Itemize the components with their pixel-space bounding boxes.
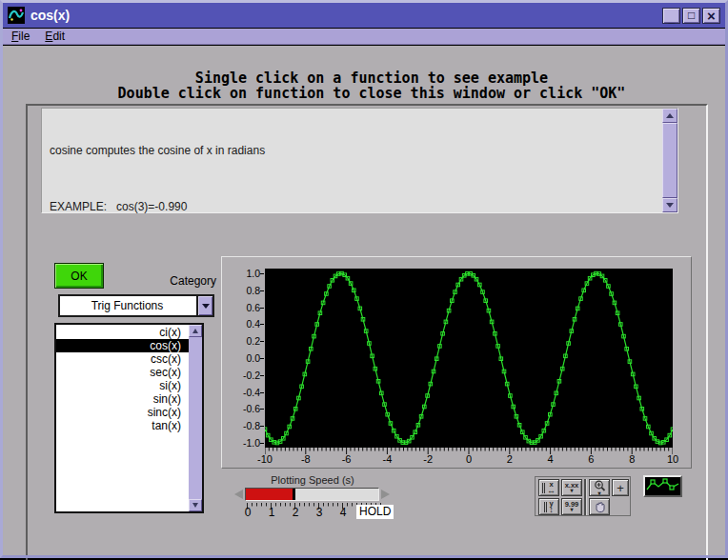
- pan-tool-button[interactable]: [589, 498, 610, 515]
- slider-increment-arrow[interactable]: [381, 490, 390, 499]
- y-precision-button[interactable]: 9.99 ▾: [561, 498, 582, 515]
- ok-button[interactable]: OK: [54, 263, 104, 289]
- description-scrollbar[interactable]: [662, 109, 677, 212]
- description-line1: cosine computes the cosine of x in radia…: [50, 144, 657, 158]
- list-scroll-up-button[interactable]: [189, 325, 202, 337]
- category-dropdown[interactable]: Trig Functions: [58, 294, 214, 317]
- y-tick-label: 0.0: [224, 352, 260, 364]
- y-tick-label: 0.6: [224, 302, 260, 313]
- up-down-arrow-icon: ↕: [549, 507, 554, 513]
- x-tick-label: 2: [494, 453, 526, 465]
- title-bar: cos(x) _ □ ×: [3, 3, 725, 28]
- slider-decrement-arrow[interactable]: [234, 490, 243, 499]
- menu-bar: File Edit: [3, 28, 725, 45]
- graph-palette: x ↔ x.xx ▾ ▾ + y ↕ 9.99: [535, 476, 631, 516]
- plot-legend-button[interactable]: [643, 475, 682, 497]
- y-tick-label: 0.8: [224, 285, 260, 296]
- y-tick-mark: [260, 308, 264, 309]
- zoom-tool-button[interactable]: ▾: [589, 479, 610, 496]
- y-tick-label: -1.0: [224, 437, 260, 449]
- arrow-down-icon: [192, 503, 198, 508]
- close-icon: ×: [707, 9, 716, 23]
- crosshair-icon: +: [617, 481, 624, 495]
- y-tick-mark: [260, 426, 264, 427]
- list-item-cix[interactable]: ci(x): [56, 326, 189, 339]
- chevron-down-icon: ▾: [597, 491, 600, 496]
- autoscale-x-button[interactable]: x ↔: [538, 479, 559, 496]
- x-tick-label: -2: [412, 453, 444, 465]
- y-tick-mark: [260, 358, 264, 359]
- list-item-six[interactable]: si(x): [56, 379, 189, 392]
- maximize-button[interactable]: □: [682, 8, 700, 24]
- description-text: cosine computes the cosine of x in radia…: [50, 115, 657, 243]
- slider-tick-label: 3: [310, 506, 329, 519]
- slider-hold-label: HOLD: [356, 505, 394, 519]
- axis-bars-icon: [544, 502, 547, 512]
- y-tick-mark: [260, 290, 264, 291]
- y-tick-label: 0.2: [224, 335, 260, 347]
- menu-edit[interactable]: Edit: [45, 30, 65, 43]
- slider-tick-label: 4: [334, 506, 353, 519]
- app-icon: [8, 7, 25, 24]
- list-item-sinx[interactable]: sin(x): [56, 392, 189, 406]
- y-tick-mark: [260, 392, 264, 393]
- minimize-button[interactable]: _: [662, 8, 680, 24]
- list-scroll-down-button[interactable]: [189, 499, 202, 511]
- axis-bars-icon: [542, 483, 545, 493]
- arrow-down-icon: [666, 203, 674, 208]
- plot-legend-icon: [645, 477, 680, 495]
- list-item-cscx[interactable]: csc(x): [56, 352, 189, 366]
- y-tick-mark: [260, 324, 264, 325]
- list-scrollbar[interactable]: [189, 325, 202, 511]
- chevron-down-icon: [202, 304, 210, 309]
- arrow-up-icon: [192, 329, 198, 333]
- cursor-tool-button[interactable]: +: [612, 479, 629, 496]
- x-tick-label: -10: [249, 453, 281, 465]
- list-item-tanx[interactable]: tan(x): [56, 419, 189, 432]
- window-title: cos(x): [30, 8, 70, 23]
- slider-track[interactable]: [245, 488, 379, 501]
- x-precision-button[interactable]: x.xx ▾: [561, 479, 582, 496]
- arrow-up-icon: [666, 113, 674, 118]
- y-tick-label: 1.0: [224, 268, 260, 279]
- slider-tick-label: 0: [238, 506, 257, 519]
- plot-area: [265, 269, 673, 448]
- slider-label: Plotting Speed (s): [238, 474, 387, 486]
- x-tick-label: 10: [657, 453, 689, 465]
- y-tick-label: -0.6: [224, 403, 260, 414]
- close-button[interactable]: ×: [702, 8, 720, 24]
- list-item-secx[interactable]: sec(x): [56, 366, 189, 379]
- x-tick-label: -4: [371, 453, 403, 465]
- list-item-cosx[interactable]: cos(x): [56, 339, 189, 352]
- chevron-down-icon: ▾: [570, 489, 573, 493]
- list-item-sincx[interactable]: sinc(x): [56, 406, 189, 419]
- menu-file[interactable]: File: [11, 30, 30, 43]
- dropdown-arrow-button[interactable]: [196, 296, 212, 315]
- scroll-down-button[interactable]: [662, 198, 677, 212]
- palette-separator: [584, 479, 586, 515]
- autoscale-y-button[interactable]: y ↕: [538, 498, 559, 515]
- scroll-up-button[interactable]: [662, 109, 677, 123]
- left-right-arrow-icon: ↔: [547, 488, 556, 494]
- cosine-curve: [265, 269, 673, 448]
- instructions-line2: Double click on function to close this w…: [38, 86, 705, 101]
- slider-tick-label: 2: [286, 506, 305, 519]
- y-tick-label: -0.4: [224, 387, 260, 398]
- category-selected-value: Trig Functions: [60, 296, 194, 315]
- function-listbox[interactable]: ci(x)cos(x)csc(x)sec(x)si(x)sin(x)sinc(x…: [54, 323, 204, 513]
- instructions: Single click on a function to see exampl…: [38, 70, 705, 101]
- slider-thumb[interactable]: [293, 489, 295, 500]
- x-tick-label: 4: [535, 453, 567, 465]
- graph-panel: 1.00.80.60.40.20.0-0.2-0.4-0.6-0.8-1.0-1…: [221, 256, 692, 469]
- minimize-icon: _: [668, 12, 675, 24]
- description-line2: EXAMPLE: cos(3)=-0.990: [50, 200, 657, 214]
- scroll-thumb[interactable]: [662, 123, 677, 198]
- ok-button-label: OK: [71, 270, 87, 283]
- slider-tick-label: 1: [262, 506, 281, 519]
- x-tick-label: -6: [331, 453, 363, 465]
- hand-icon: [593, 500, 606, 513]
- y-tick-mark: [260, 375, 264, 376]
- y-tick-mark: [260, 409, 264, 410]
- x-tick-label: -8: [290, 453, 322, 465]
- slider-fill: [246, 489, 293, 500]
